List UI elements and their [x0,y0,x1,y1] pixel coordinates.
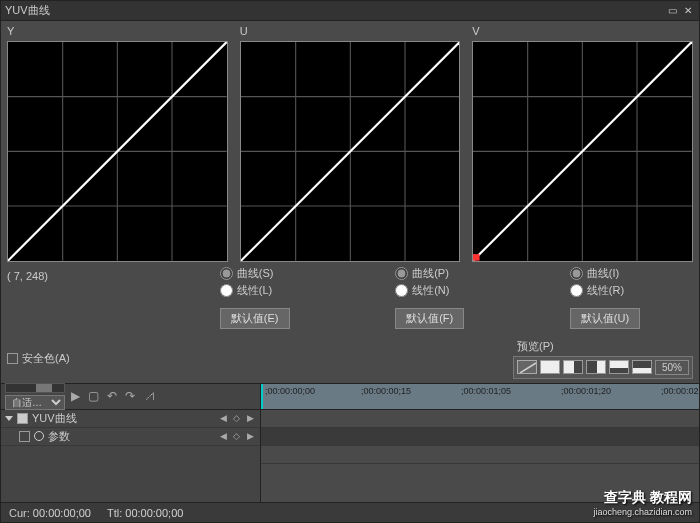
track-row[interactable]: 参数 ◀ ◇ ▶ [1,428,260,446]
svg-rect-23 [564,361,574,373]
coord-readout: ( 7, 248) [7,266,167,282]
track-row[interactable]: YUV曲线 ◀ ◇ ▶ [1,410,260,428]
u-linear-radio[interactable]: 线性(N) [395,283,464,298]
safe-color-checkbox[interactable]: 安全色(A) [7,351,70,366]
svg-rect-21 [473,254,480,261]
monitor-icon[interactable]: ▢ [86,389,101,403]
timeline-lanes[interactable] [261,410,699,502]
track-name: 参数 [48,429,70,444]
v-default-button[interactable]: 默认值(U) [570,308,640,329]
v-curve-radio[interactable]: 曲线(I) [570,266,640,281]
u-default-button[interactable]: 默认值(F) [395,308,464,329]
preview-right-icon[interactable] [586,360,606,374]
curve-y-label: Y [7,25,228,39]
y-curve-radio[interactable]: 曲线(S) [220,266,290,281]
playhead[interactable] [261,384,263,409]
timeline-fit-dropdown[interactable]: 自适… [5,395,65,410]
preview-left-icon[interactable] [563,360,583,374]
u-curve-radio[interactable]: 曲线(P) [395,266,464,281]
curve-u-editor[interactable] [240,41,461,262]
current-time: Cur: 00:00:00;00 [9,507,91,519]
keyframe-nav-icon[interactable]: ◀ ◇ ▶ [220,413,256,423]
preview-disable-icon[interactable] [517,360,537,374]
window-util-icon[interactable]: ▭ [665,4,679,18]
play-button[interactable]: ▶ [69,389,82,403]
curve-u-label: U [240,25,461,39]
window-title: YUV曲线 [5,3,50,18]
total-time: Ttl: 00:00:00;00 [107,507,183,519]
expand-icon[interactable] [5,416,13,421]
curve-v-label: V [472,25,693,39]
window-close-icon[interactable]: ✕ [681,4,695,18]
keyframe-nav-icon[interactable]: ◀ ◇ ▶ [220,431,256,441]
redo-icon[interactable]: ↷ [123,389,137,403]
preview-top-icon[interactable] [609,360,629,374]
loop-icon[interactable] [34,431,44,441]
preview-full-icon[interactable] [540,360,560,374]
preview-toolbar: 50% [513,356,693,379]
track-checkbox-icon[interactable] [19,431,30,442]
preview-label: 预览(P) [513,339,693,354]
v-linear-radio[interactable]: 线性(R) [570,283,640,298]
y-default-button[interactable]: 默认值(E) [220,308,290,329]
preview-percent-button[interactable]: 50% [655,360,689,375]
track-checkbox-icon[interactable] [17,413,28,424]
curve-v-editor[interactable] [472,41,693,262]
titlebar: YUV曲线 ▭ ✕ [1,1,699,21]
curve-y-editor[interactable] [7,41,228,262]
svg-line-22 [520,363,536,373]
timeline-zoom-scrollbar[interactable] [5,383,65,393]
svg-rect-24 [597,361,605,373]
checkbox-icon [7,353,18,364]
undo-icon[interactable]: ↶ [105,389,119,403]
track-name: YUV曲线 [32,411,77,426]
svg-rect-26 [633,368,651,373]
graph-icon[interactable]: ⩘ [141,389,157,403]
preview-bottom-icon[interactable] [632,360,652,374]
timeline-ruler[interactable]: ;00:00:00;00 ;00:00:00;15 ;00:00:01;05 ;… [261,384,699,409]
y-linear-radio[interactable]: 线性(L) [220,283,290,298]
svg-rect-25 [610,361,628,368]
